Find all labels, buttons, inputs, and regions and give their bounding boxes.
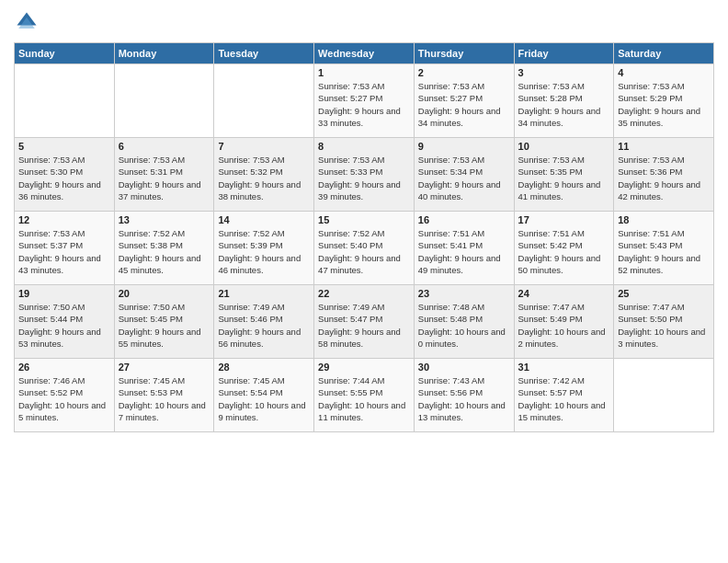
calendar-header-row: SundayMondayTuesdayWednesdayThursdayFrid… <box>15 43 714 64</box>
weekday-header-thursday: Thursday <box>414 43 514 64</box>
calendar-cell: 28Sunrise: 7:45 AMSunset: 5:54 PMDayligh… <box>214 359 314 432</box>
logo <box>14 9 43 35</box>
calendar-cell <box>114 64 214 138</box>
day-number: 3 <box>518 67 610 78</box>
calendar-week-5: 26Sunrise: 7:46 AMSunset: 5:52 PMDayligh… <box>15 359 714 432</box>
day-number: 27 <box>119 362 210 373</box>
day-number: 21 <box>218 288 310 299</box>
day-info: Sunrise: 7:45 AMSunset: 5:54 PMDaylight:… <box>218 374 310 423</box>
calendar-cell: 21Sunrise: 7:49 AMSunset: 5:46 PMDayligh… <box>214 285 314 359</box>
calendar-cell: 9Sunrise: 7:53 AMSunset: 5:34 PMDaylight… <box>414 138 514 212</box>
day-number: 1 <box>318 67 410 78</box>
day-number: 14 <box>218 214 310 225</box>
calendar-cell <box>614 359 714 432</box>
day-info: Sunrise: 7:53 AMSunset: 5:34 PMDaylight:… <box>418 154 510 202</box>
day-info: Sunrise: 7:51 AMSunset: 5:41 PMDaylight:… <box>418 227 510 276</box>
day-number: 10 <box>518 141 610 152</box>
calendar-cell: 19Sunrise: 7:50 AMSunset: 5:44 PMDayligh… <box>15 285 115 359</box>
calendar-cell: 26Sunrise: 7:46 AMSunset: 5:52 PMDayligh… <box>15 359 115 432</box>
day-info: Sunrise: 7:48 AMSunset: 5:48 PMDaylight:… <box>418 301 510 350</box>
weekday-header-friday: Friday <box>514 43 614 64</box>
day-info: Sunrise: 7:43 AMSunset: 5:56 PMDaylight:… <box>418 374 510 423</box>
day-info: Sunrise: 7:49 AMSunset: 5:47 PMDaylight:… <box>318 301 410 350</box>
day-number: 22 <box>318 288 410 299</box>
calendar-cell: 1Sunrise: 7:53 AMSunset: 5:27 PMDaylight… <box>314 64 415 138</box>
day-number: 17 <box>518 214 610 225</box>
weekday-header-wednesday: Wednesday <box>314 43 415 64</box>
day-info: Sunrise: 7:53 AMSunset: 5:36 PMDaylight:… <box>618 154 710 202</box>
logo-icon <box>14 9 40 35</box>
calendar-cell: 6Sunrise: 7:53 AMSunset: 5:31 PMDaylight… <box>114 138 214 212</box>
calendar-week-4: 19Sunrise: 7:50 AMSunset: 5:44 PMDayligh… <box>15 285 714 359</box>
calendar-cell: 10Sunrise: 7:53 AMSunset: 5:35 PMDayligh… <box>514 138 614 212</box>
day-info: Sunrise: 7:53 AMSunset: 5:27 PMDaylight:… <box>318 80 410 129</box>
day-info: Sunrise: 7:53 AMSunset: 5:37 PMDaylight:… <box>18 227 110 276</box>
day-number: 24 <box>518 288 610 299</box>
day-number: 29 <box>318 362 410 373</box>
calendar-cell: 11Sunrise: 7:53 AMSunset: 5:36 PMDayligh… <box>614 138 714 212</box>
calendar-cell: 14Sunrise: 7:52 AMSunset: 5:39 PMDayligh… <box>214 212 314 285</box>
day-number: 28 <box>218 362 310 373</box>
day-info: Sunrise: 7:53 AMSunset: 5:28 PMDaylight:… <box>518 80 610 129</box>
calendar-cell: 27Sunrise: 7:45 AMSunset: 5:53 PMDayligh… <box>114 359 214 432</box>
day-info: Sunrise: 7:47 AMSunset: 5:49 PMDaylight:… <box>518 301 610 350</box>
day-number: 8 <box>318 141 410 152</box>
day-info: Sunrise: 7:50 AMSunset: 5:45 PMDaylight:… <box>119 301 210 350</box>
calendar-cell: 20Sunrise: 7:50 AMSunset: 5:45 PMDayligh… <box>114 285 214 359</box>
day-info: Sunrise: 7:51 AMSunset: 5:43 PMDaylight:… <box>618 227 710 276</box>
day-number: 23 <box>418 288 510 299</box>
day-info: Sunrise: 7:53 AMSunset: 5:31 PMDaylight:… <box>119 154 210 202</box>
day-info: Sunrise: 7:52 AMSunset: 5:39 PMDaylight:… <box>218 227 310 276</box>
calendar-cell: 25Sunrise: 7:47 AMSunset: 5:50 PMDayligh… <box>614 285 714 359</box>
day-number: 7 <box>218 141 310 152</box>
calendar-cell <box>214 64 314 138</box>
day-info: Sunrise: 7:52 AMSunset: 5:40 PMDaylight:… <box>318 227 410 276</box>
calendar-week-1: 1Sunrise: 7:53 AMSunset: 5:27 PMDaylight… <box>15 64 714 138</box>
calendar-cell: 17Sunrise: 7:51 AMSunset: 5:42 PMDayligh… <box>514 212 614 285</box>
day-info: Sunrise: 7:47 AMSunset: 5:50 PMDaylight:… <box>618 301 710 350</box>
calendar-cell: 23Sunrise: 7:48 AMSunset: 5:48 PMDayligh… <box>414 285 514 359</box>
day-info: Sunrise: 7:53 AMSunset: 5:30 PMDaylight:… <box>18 154 110 202</box>
day-number: 19 <box>18 288 110 299</box>
weekday-header-tuesday: Tuesday <box>214 43 314 64</box>
day-info: Sunrise: 7:52 AMSunset: 5:38 PMDaylight:… <box>119 227 210 276</box>
calendar-cell: 16Sunrise: 7:51 AMSunset: 5:41 PMDayligh… <box>414 212 514 285</box>
day-number: 5 <box>18 141 110 152</box>
calendar-cell: 12Sunrise: 7:53 AMSunset: 5:37 PMDayligh… <box>15 212 115 285</box>
weekday-header-monday: Monday <box>114 43 214 64</box>
day-number: 18 <box>618 214 710 225</box>
calendar-cell: 22Sunrise: 7:49 AMSunset: 5:47 PMDayligh… <box>314 285 415 359</box>
day-number: 12 <box>18 214 110 225</box>
day-info: Sunrise: 7:53 AMSunset: 5:29 PMDaylight:… <box>618 80 710 129</box>
day-info: Sunrise: 7:42 AMSunset: 5:57 PMDaylight:… <box>518 374 610 423</box>
day-info: Sunrise: 7:51 AMSunset: 5:42 PMDaylight:… <box>518 227 610 276</box>
day-info: Sunrise: 7:50 AMSunset: 5:44 PMDaylight:… <box>18 301 110 350</box>
calendar-cell: 2Sunrise: 7:53 AMSunset: 5:27 PMDaylight… <box>414 64 514 138</box>
day-number: 30 <box>418 362 510 373</box>
day-info: Sunrise: 7:46 AMSunset: 5:52 PMDaylight:… <box>18 374 110 423</box>
calendar: SundayMondayTuesdayWednesdayThursdayFrid… <box>14 42 714 432</box>
calendar-cell: 8Sunrise: 7:53 AMSunset: 5:33 PMDaylight… <box>314 138 415 212</box>
day-info: Sunrise: 7:53 AMSunset: 5:35 PMDaylight:… <box>518 154 610 202</box>
calendar-cell: 31Sunrise: 7:42 AMSunset: 5:57 PMDayligh… <box>514 359 614 432</box>
calendar-cell <box>15 64 115 138</box>
day-number: 9 <box>418 141 510 152</box>
header <box>14 9 714 35</box>
day-number: 11 <box>618 141 710 152</box>
calendar-week-2: 5Sunrise: 7:53 AMSunset: 5:30 PMDaylight… <box>15 138 714 212</box>
calendar-cell: 7Sunrise: 7:53 AMSunset: 5:32 PMDaylight… <box>214 138 314 212</box>
day-number: 6 <box>119 141 210 152</box>
page: SundayMondayTuesdayWednesdayThursdayFrid… <box>0 0 728 563</box>
day-number: 15 <box>318 214 410 225</box>
day-number: 16 <box>418 214 510 225</box>
day-info: Sunrise: 7:49 AMSunset: 5:46 PMDaylight:… <box>218 301 310 350</box>
calendar-cell: 18Sunrise: 7:51 AMSunset: 5:43 PMDayligh… <box>614 212 714 285</box>
calendar-cell: 3Sunrise: 7:53 AMSunset: 5:28 PMDaylight… <box>514 64 614 138</box>
calendar-cell: 13Sunrise: 7:52 AMSunset: 5:38 PMDayligh… <box>114 212 214 285</box>
calendar-cell: 24Sunrise: 7:47 AMSunset: 5:49 PMDayligh… <box>514 285 614 359</box>
day-number: 31 <box>518 362 610 373</box>
calendar-cell: 29Sunrise: 7:44 AMSunset: 5:55 PMDayligh… <box>314 359 415 432</box>
day-info: Sunrise: 7:45 AMSunset: 5:53 PMDaylight:… <box>119 374 210 423</box>
calendar-cell: 5Sunrise: 7:53 AMSunset: 5:30 PMDaylight… <box>15 138 115 212</box>
day-number: 26 <box>18 362 110 373</box>
